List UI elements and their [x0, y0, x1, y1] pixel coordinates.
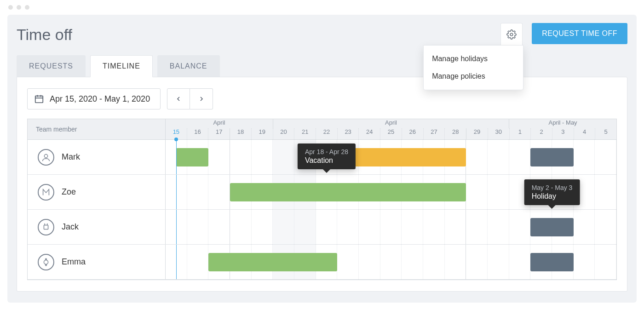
- timeline-cell: [574, 140, 595, 174]
- timeoff-bar[interactable]: [176, 148, 208, 166]
- timeline-cell: [208, 210, 230, 244]
- avatar: [38, 184, 54, 201]
- timeline-cell: [402, 210, 423, 244]
- date-range-picker[interactable]: Apr 15, 2020 - May 1, 2020: [27, 88, 161, 109]
- member-name: Zoe: [62, 187, 76, 197]
- page-title: Time off: [17, 26, 72, 44]
- timeline-cell: [509, 210, 531, 244]
- tab-timeline[interactable]: TIMELINE: [90, 55, 153, 77]
- timeline-cell: [294, 210, 316, 244]
- timeoff-bar[interactable]: [337, 148, 466, 166]
- row-member-label: Mark: [28, 140, 166, 174]
- menu-manage-holidays[interactable]: Manage holidays: [424, 50, 523, 68]
- timeline-cell: [423, 210, 445, 244]
- timeline-day-label: 1: [510, 128, 531, 139]
- timeline-cell: [423, 245, 445, 279]
- timeoff-bar[interactable]: [208, 253, 337, 271]
- timeline-cell: [316, 210, 338, 244]
- timeline-cell: [574, 175, 595, 209]
- timeline-cell: [380, 245, 402, 279]
- team-member-column-header: Team member: [28, 119, 166, 139]
- timeline-day-label: 25: [380, 128, 402, 139]
- timeline-cell: [574, 210, 595, 244]
- timeline-cell: [208, 175, 230, 209]
- timeline-row: Emma: [28, 245, 616, 280]
- tab-balance[interactable]: BALANCE: [157, 55, 220, 77]
- svg-point-10: [46, 258, 47, 260]
- timeline-day-label: 27: [424, 128, 445, 139]
- window-dot: [17, 5, 21, 10]
- member-name: Mark: [62, 152, 80, 162]
- prev-range-button[interactable]: [167, 88, 190, 109]
- timeoff-bar[interactable]: [530, 218, 573, 236]
- timeline-cell: [252, 140, 273, 174]
- timeline-grid: Team member AprilAprilApril - May 151617…: [27, 119, 617, 280]
- timeline-day-label: 23: [338, 128, 359, 139]
- timeline-row: Jack: [28, 210, 616, 245]
- timeline-day-label: 16: [187, 128, 209, 139]
- timeline-day-label: 3: [552, 128, 574, 139]
- settings-button[interactable]: [500, 23, 523, 45]
- timeline-day-label: 15: [166, 128, 187, 139]
- timeline-day-label: 20: [273, 128, 295, 139]
- timeline-row: Zoe: [28, 175, 616, 210]
- row-member-label: Emma: [28, 245, 166, 279]
- timeline-cell: [595, 175, 616, 209]
- timeline-group-label: April - May: [509, 119, 616, 128]
- timeline-day-label: 17: [208, 128, 230, 139]
- window-chrome: [0, 0, 644, 15]
- settings-dropdown: Manage holidays Manage policies: [500, 23, 523, 45]
- svg-point-11: [46, 264, 47, 266]
- row-member-label: Zoe: [28, 175, 166, 209]
- timeoff-bar[interactable]: [530, 148, 573, 166]
- timeline-cell: [230, 140, 252, 174]
- timeline-day-label: 28: [445, 128, 466, 139]
- timeline-cell: [488, 245, 509, 279]
- timeline-day-label: 29: [466, 128, 488, 139]
- avatar: [38, 254, 54, 270]
- timeline-group-label: April: [273, 119, 509, 128]
- timeline-cell: [466, 245, 488, 279]
- timeoff-bar[interactable]: [530, 253, 573, 271]
- timeline-cell: [402, 245, 423, 279]
- date-controls: Apr 15, 2020 - May 1, 2020: [27, 88, 617, 109]
- row-member-label: Jack: [28, 210, 166, 244]
- timeline-day-label: 5: [595, 128, 616, 139]
- timeoff-bar[interactable]: [530, 183, 573, 201]
- window-dot: [25, 5, 29, 10]
- timeline-cell: [359, 210, 380, 244]
- timeline-day-label: 24: [359, 128, 380, 139]
- timeline-cell: [595, 210, 616, 244]
- chevron-right-icon: [198, 95, 205, 103]
- menu-manage-policies[interactable]: Manage policies: [424, 68, 523, 85]
- app-inner: Time off Manage holidays Manage policies…: [7, 15, 637, 303]
- svg-rect-1: [35, 96, 43, 103]
- timeline-day-label: 22: [316, 128, 338, 139]
- avatar: [38, 149, 54, 166]
- svg-point-9: [44, 260, 48, 264]
- timeline-day-label: 26: [402, 128, 424, 139]
- timeline-cell: [574, 245, 595, 279]
- timeline-cell: [252, 210, 273, 244]
- timeline-cell: [166, 210, 187, 244]
- timeline-cell: [488, 140, 509, 174]
- header-actions: Manage holidays Manage policies REQUEST …: [500, 23, 627, 45]
- timeline-cell: [488, 210, 509, 244]
- timeoff-bar[interactable]: [230, 183, 466, 201]
- row-days: [166, 210, 616, 244]
- timeline-cell: [466, 210, 488, 244]
- timeline-cell: [466, 175, 488, 209]
- timeline-day-label: 18: [230, 128, 252, 139]
- timeline-cell: [380, 210, 402, 244]
- timeline-cell: [187, 210, 209, 244]
- member-name: Jack: [62, 222, 79, 232]
- avatar: [38, 219, 54, 235]
- next-range-button[interactable]: [190, 88, 213, 109]
- timeline-day-label: 4: [574, 128, 596, 139]
- timeline-cell: [187, 175, 209, 209]
- gear-icon: [506, 29, 517, 40]
- timeline-day-label: 30: [488, 128, 510, 139]
- tab-requests[interactable]: REQUESTS: [17, 55, 86, 77]
- request-time-off-button[interactable]: REQUEST TIME OFF: [532, 23, 627, 44]
- timeline-header: Team member AprilAprilApril - May 151617…: [28, 119, 616, 140]
